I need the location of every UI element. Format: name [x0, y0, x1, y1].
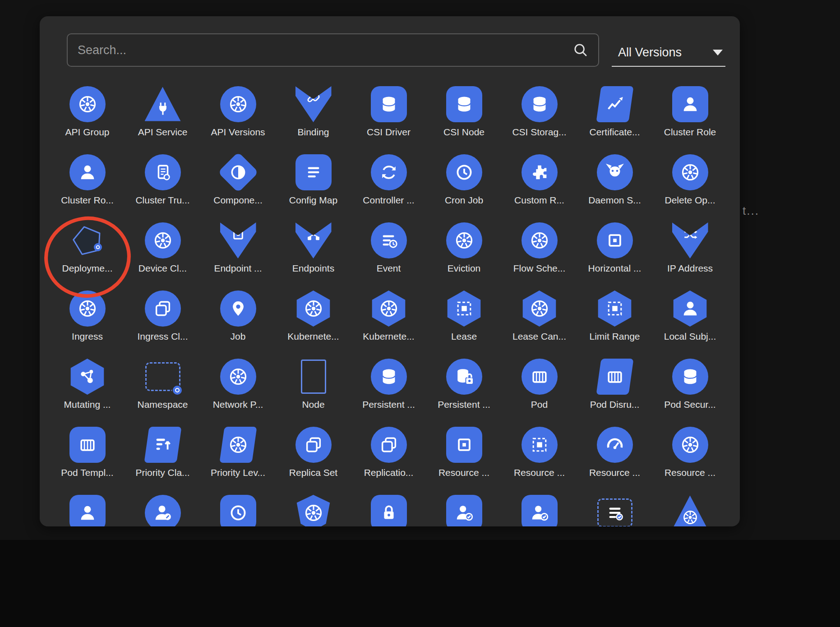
circle-shape-icon [220, 86, 256, 122]
grid-item-label: Local Subj... [664, 331, 716, 342]
grid-item-label: Cron Job [445, 195, 483, 206]
container-icon [77, 434, 98, 455]
grid-item[interactable] [125, 491, 200, 526]
grid-item[interactable]: Pod Disru... [577, 355, 652, 423]
search-input[interactable] [77, 43, 572, 58]
grid-item[interactable]: Local Subj... [652, 287, 728, 355]
database-icon [378, 366, 399, 387]
grid-item[interactable] [276, 491, 351, 526]
grid-item[interactable]: Config Map [276, 151, 351, 219]
copy-icon [303, 434, 324, 455]
grid-item[interactable]: Lease [426, 287, 502, 355]
grid-item[interactable]: Resource ... [652, 423, 728, 491]
grid-item[interactable] [652, 491, 728, 526]
grid-item[interactable] [50, 491, 125, 526]
grid-item[interactable]: Network P... [200, 355, 276, 423]
wheel-icon [682, 509, 699, 526]
grid-item[interactable]: Node [276, 355, 351, 423]
wheel-icon [228, 94, 249, 115]
grid-item[interactable]: Persistent ... [426, 355, 502, 423]
wheel-icon [152, 230, 173, 251]
grid-item-label: Flow Sche... [513, 263, 566, 274]
grid-item[interactable]: Cluster Ro... [50, 151, 125, 219]
hex-shape-icon [446, 290, 482, 327]
grid-item[interactable]: Pod Templ... [50, 423, 125, 491]
person-check-icon [454, 503, 475, 523]
grid-item[interactable]: Cron Job [426, 151, 502, 219]
grid-item-label: Config Map [289, 195, 337, 206]
grid-item-label: Priority Cla... [135, 467, 189, 478]
grid-item[interactable]: Pod [502, 355, 577, 423]
grid-item[interactable]: Resource ... [502, 423, 577, 491]
grid-item[interactable] [351, 491, 426, 526]
database-icon [378, 94, 399, 115]
grid-item-label: Pod Templ... [61, 467, 113, 478]
grid-item-label: Ingress Cl... [137, 331, 188, 342]
grid-item[interactable]: Job [200, 287, 276, 355]
grid-item[interactable] [426, 491, 502, 526]
grid-item[interactable]: Compone... [200, 151, 276, 219]
grid-item-label: Cluster Tru... [135, 195, 189, 206]
frame-icon [605, 298, 625, 319]
grid-item[interactable]: Resource ... [577, 423, 652, 491]
square-shape-icon [446, 427, 482, 463]
grid-item[interactable]: Namespace [125, 355, 200, 423]
grid-item[interactable]: API Versions [200, 83, 276, 151]
grid-item[interactable]: Horizontal ... [577, 219, 652, 287]
copy-icon [378, 434, 399, 455]
grid-item[interactable]: Controller ... [351, 151, 426, 219]
grid-item[interactable]: API Service [125, 83, 200, 151]
grid-item[interactable]: Priority Lev... [200, 423, 276, 491]
grid-item-label: Replicatio... [364, 467, 414, 478]
grid-item[interactable]: Flow Sche... [502, 219, 577, 287]
grid-item[interactable]: CSI Node [426, 83, 502, 151]
version-filter-dropdown[interactable]: All Versions [612, 39, 725, 67]
grid-item[interactable]: Ingress Cl... [125, 287, 200, 355]
grid-item[interactable]: Delete Op... [652, 151, 728, 219]
circle-shape-icon [446, 359, 482, 395]
grid-item[interactable]: Mutating ... [50, 355, 125, 423]
app-canvas: t... All Versions API GroupAPI ServiceAP… [0, 0, 840, 627]
grid-item[interactable]: CSI Driver [351, 83, 426, 151]
grid-item[interactable]: Cluster Tru... [125, 151, 200, 219]
search-box[interactable] [67, 33, 599, 67]
grid-item[interactable]: API Group [50, 83, 125, 151]
grid-item[interactable]: Cluster Role [652, 83, 728, 151]
wheel-icon [77, 94, 98, 115]
grid-item-label: Device Cl... [138, 263, 187, 274]
grid-item[interactable]: Event [351, 219, 426, 287]
hex-shape-icon [295, 290, 332, 327]
grid-item[interactable] [577, 491, 652, 526]
grid-item[interactable]: Kubernete... [351, 287, 426, 355]
grid-item[interactable]: Limit Range [577, 287, 652, 355]
grid-item[interactable]: Endpoints [276, 219, 351, 287]
grid-item[interactable]: CSI Storag... [502, 83, 577, 151]
person-icon [680, 298, 701, 319]
grid-item[interactable]: Pod Secur... [652, 355, 728, 423]
grid-item[interactable]: Kubernete... [276, 287, 351, 355]
grid-item[interactable]: IP Address [652, 219, 728, 287]
grid-item[interactable]: Resource ... [426, 423, 502, 491]
square-shape-icon [522, 495, 558, 526]
grid-item[interactable]: Deployme... [50, 219, 125, 287]
grid-item[interactable]: Persistent ... [351, 355, 426, 423]
grid-item[interactable]: Eviction [426, 219, 502, 287]
grid-item[interactable]: Ingress [50, 287, 125, 355]
grid-item[interactable]: Lease Can... [502, 287, 577, 355]
grid-item[interactable]: Certificate... [577, 83, 652, 151]
grid-item[interactable]: Device Cl... [125, 219, 200, 287]
grid-item[interactable]: Replicatio... [351, 423, 426, 491]
grid-item[interactable]: Custom R... [502, 151, 577, 219]
grid-item-label: IP Address [667, 263, 713, 274]
grid-item[interactable] [200, 491, 276, 526]
grid-item[interactable]: Priority Cla... [125, 423, 200, 491]
circle-shape-icon [295, 427, 332, 463]
box-icon [230, 226, 246, 243]
grid-item[interactable] [502, 491, 577, 526]
grid-item[interactable]: Binding [276, 83, 351, 151]
grid-item[interactable]: Endpoint ... [200, 219, 276, 287]
grid-item[interactable]: Replica Set [276, 423, 351, 491]
grid-item-label: Event [377, 263, 401, 274]
grid-item[interactable]: Daemon S... [577, 151, 652, 219]
box-icon [605, 230, 625, 251]
